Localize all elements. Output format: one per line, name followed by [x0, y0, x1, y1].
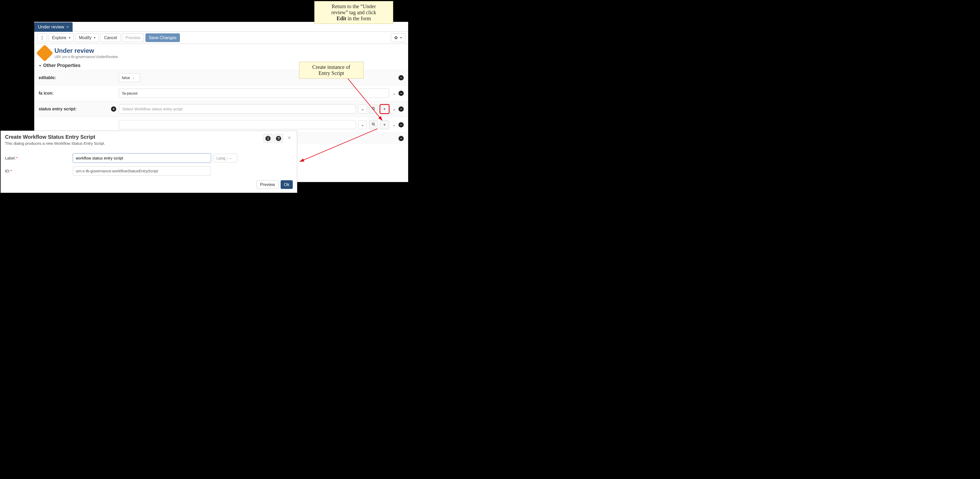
tab-under-review[interactable]: Under review ×	[34, 22, 73, 32]
svg-point-2	[372, 123, 374, 125]
modify-label: Modify	[79, 35, 91, 40]
remove-icon[interactable]: −	[398, 90, 404, 96]
row-actions: ⌄ −	[391, 90, 404, 96]
gear-icon: ✿	[394, 35, 398, 40]
uri-key: URI	[54, 55, 61, 59]
help-button[interactable]: ?	[274, 134, 283, 143]
info-button[interactable]: i	[264, 134, 272, 143]
svg-line-3	[374, 125, 375, 125]
callout2-line1: Create instance of	[312, 64, 350, 70]
prop-row-fa-icon: fa icon: ⌄ −	[35, 85, 408, 101]
row-actions: −	[398, 75, 404, 80]
explore-label: Explore	[52, 35, 66, 40]
remove-icon[interactable]: −	[398, 136, 404, 141]
field-row-id: ID:*	[5, 167, 293, 176]
plus-icon: +	[383, 107, 386, 111]
section-label: Other Properties	[43, 63, 81, 68]
label-input[interactable]	[73, 154, 211, 163]
svg-line-1	[374, 109, 375, 109]
plus-icon: +	[383, 122, 386, 127]
dialog-preview-label: Preview	[260, 182, 275, 187]
cancel-button[interactable]: Cancel	[100, 33, 121, 42]
dialog-preview-button[interactable]: Preview	[257, 180, 278, 189]
callout-create-instance: Create instance of Entry Script	[299, 62, 363, 79]
info-icon: i	[266, 136, 270, 141]
callout1-bold: Edit	[337, 16, 347, 21]
settings-dropdown[interactable]: ✿	[391, 33, 405, 42]
entity-title: Under review	[54, 47, 118, 54]
dialog-header: Create Workflow Status Entry Script This…	[5, 134, 293, 146]
required-star: *	[16, 156, 18, 160]
cancel-label: Cancel	[104, 35, 117, 40]
id-text: ID:	[5, 169, 10, 173]
search-button[interactable]	[369, 105, 378, 114]
prop-label-fa-icon: fa icon:	[39, 91, 116, 96]
chevron-down-icon[interactable]: ⌄	[391, 123, 397, 127]
dialog-body: Label:* Lang | ⌄ ID:*	[5, 154, 293, 176]
more-icon: ⋮	[40, 35, 44, 40]
field-row-label: Label:* Lang | ⌄	[5, 154, 293, 163]
required-star: *	[11, 169, 12, 173]
toolbar: ⋮ Explore Modify Cancel Preview Save Cha…	[35, 32, 408, 44]
help-icon: ?	[276, 136, 281, 141]
prop-row-entry-script: status entry script: + ⌄ + ⌄ −	[35, 101, 408, 117]
row-actions: −	[398, 136, 404, 141]
lang-select[interactable]: Lang | ⌄	[213, 154, 237, 162]
dialog-footer: Preview Ok	[5, 180, 293, 189]
callout2-line2: Entry Script	[318, 70, 344, 76]
chevron-down-icon[interactable]: ⌄	[391, 107, 397, 111]
dialog-ok-label: Ok	[284, 182, 289, 187]
dialog-title: Create Workflow Status Entry Script	[5, 134, 264, 140]
remove-icon[interactable]: −	[398, 75, 404, 80]
dialog-close-icon[interactable]: ×	[286, 134, 293, 142]
prop-field-entry-script: ⌄ +	[119, 104, 389, 114]
tabs-strip: Under review ×	[34, 22, 73, 32]
row-actions: ⌄ −	[391, 122, 404, 127]
label-field-label: Label:*	[5, 156, 70, 160]
callout1-rest: in the form	[346, 16, 371, 21]
entity-uri: URI urn:x-tb-governance:UnderReview	[54, 55, 118, 59]
create-entry-script-dialog: Create Workflow Status Entry Script This…	[0, 131, 297, 193]
callout1-line1: Return to the “Under	[332, 3, 376, 9]
entry-script-select[interactable]	[119, 104, 356, 114]
select-chevron-icon[interactable]: ⌄	[358, 121, 367, 129]
search-icon	[372, 122, 375, 127]
remove-icon[interactable]: −	[398, 122, 404, 127]
prop-field-secondary: ⌄ +	[119, 120, 389, 129]
id-input[interactable]	[73, 167, 211, 176]
search-icon	[372, 107, 375, 111]
search-button[interactable]	[369, 121, 378, 129]
fa-icon-input[interactable]	[119, 89, 389, 98]
more-actions-button[interactable]: ⋮	[37, 33, 47, 42]
create-instance-button[interactable]: +	[380, 105, 389, 114]
tab-close-icon[interactable]: ×	[66, 25, 68, 29]
entity-header: Under review URI urn:x-tb-governance:Und…	[35, 44, 408, 60]
modify-dropdown[interactable]: Modify	[75, 33, 99, 42]
save-changes-button[interactable]: Save Changes	[145, 33, 180, 42]
create-instance-button[interactable]: +	[380, 121, 389, 129]
prop-label-editable: editable:	[39, 75, 116, 80]
prop-field-fa-icon	[119, 89, 389, 98]
collapse-caret-icon: ▼	[39, 64, 41, 67]
chevron-down-icon[interactable]: ⌄	[391, 91, 397, 95]
prop-label-text: status entry script:	[39, 107, 76, 111]
lang-placeholder: Lang	[216, 156, 225, 160]
id-field-label: ID:*	[5, 169, 70, 173]
editable-value: false	[122, 75, 130, 80]
save-label: Save Changes	[149, 35, 177, 40]
uri-value: urn:x-tb-governance:UnderReview	[62, 55, 118, 59]
callout-return-to-tag: Return to the “Under review” tag and cli…	[314, 1, 393, 24]
preview-button[interactable]: Preview	[122, 33, 144, 42]
add-inline-icon[interactable]: +	[111, 106, 116, 112]
editable-select[interactable]: false ⌄	[119, 73, 140, 82]
prop-row-secondary: ⌄ + ⌄ −	[35, 117, 408, 132]
secondary-select[interactable]	[119, 120, 356, 129]
select-chevron-icon[interactable]: ⌄	[358, 105, 367, 114]
tab-label: Under review	[38, 24, 64, 30]
explore-dropdown[interactable]: Explore	[49, 33, 74, 42]
entity-icon	[36, 44, 53, 62]
callout1-line2: review” tag and click	[331, 10, 376, 15]
dialog-ok-button[interactable]: Ok	[281, 180, 293, 189]
label-text: Label:	[5, 156, 16, 160]
remove-icon[interactable]: −	[398, 106, 404, 112]
